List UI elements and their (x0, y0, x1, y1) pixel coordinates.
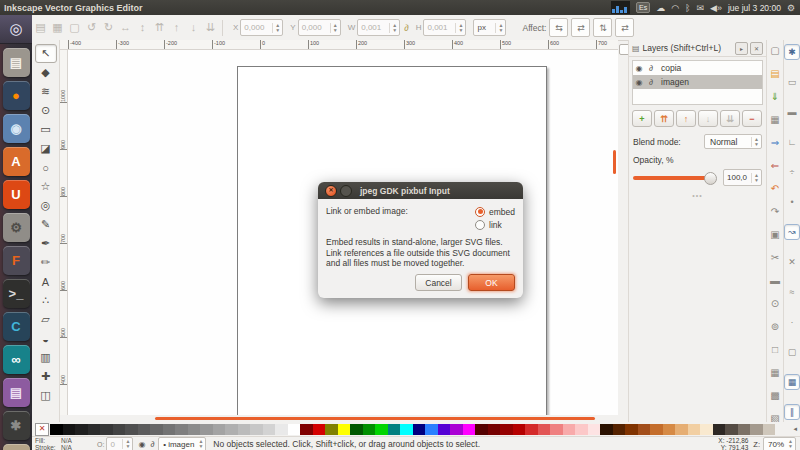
launcher-item[interactable]: ▤ (3, 378, 30, 407)
panel-resize-grip[interactable]: ••• (629, 192, 766, 199)
x-input[interactable]: 0,000▲▼ (240, 19, 283, 36)
cloud-icon[interactable]: ☁ (656, 3, 665, 13)
command-icon[interactable]: ▢ (768, 43, 783, 58)
layer-visibility-icon[interactable]: ◉ (138, 440, 145, 449)
command-icon[interactable]: ⇓ (768, 89, 783, 104)
color-swatch[interactable] (100, 424, 113, 435)
color-swatch[interactable] (400, 424, 413, 435)
w-input[interactable]: 0,001▲▼ (357, 19, 400, 36)
tool-button[interactable]: ✎ (35, 215, 57, 234)
y-input[interactable]: 0,000▲▼ (298, 19, 341, 36)
snap-toggle-icon[interactable]: ▢ (784, 344, 800, 360)
toolbar-icon[interactable]: ↓ (185, 21, 202, 34)
launcher-item[interactable]: ▤ (3, 48, 30, 77)
tool-button[interactable]: ◒ (35, 329, 57, 348)
layer-action-button[interactable]: + (632, 110, 652, 127)
command-icon[interactable]: □ (768, 342, 783, 357)
layer-visibility-icon[interactable]: ◉ (633, 64, 645, 73)
command-icon[interactable]: ▬ (768, 273, 783, 288)
color-swatch[interactable] (75, 424, 88, 435)
color-swatch[interactable] (50, 424, 63, 435)
panel-collapse-button[interactable]: ▸ (735, 42, 748, 55)
color-swatch[interactable] (425, 424, 438, 435)
color-swatch[interactable] (450, 424, 463, 435)
layer-action-button[interactable]: ↑ (676, 110, 696, 127)
launcher-item[interactable]: F (3, 246, 30, 275)
horizontal-ruler[interactable]: -400-300-200-100010020030040050060070080… (60, 40, 618, 50)
toolbar-icon[interactable]: ↑ (168, 21, 185, 34)
color-swatch[interactable] (738, 424, 751, 435)
affect-toggle-button[interactable]: ⇄ (615, 18, 634, 37)
lock-ratio-icon[interactable]: ∂ (404, 23, 408, 33)
blend-mode-dropdown[interactable]: Normal▲▼ (704, 134, 762, 149)
snap-toggle-icon[interactable]: · (784, 314, 800, 330)
tool-button[interactable]: ✚ (35, 367, 57, 386)
color-swatch[interactable] (250, 424, 263, 435)
color-swatch[interactable] (463, 424, 476, 435)
snap-toggle-icon[interactable]: ✱ (784, 44, 800, 60)
launcher-item[interactable]: U (3, 180, 30, 209)
tool-button[interactable]: ▭ (35, 120, 57, 139)
snap-toggle-icon[interactable]: ▭ (784, 74, 800, 90)
command-icon[interactable]: ↷ (768, 204, 783, 219)
system-monitor-icon[interactable] (611, 1, 630, 14)
color-swatch[interactable] (700, 424, 713, 435)
no-color-swatch[interactable]: ✕ (35, 423, 49, 436)
mail-icon[interactable]: ✉ (697, 3, 705, 13)
color-swatch[interactable] (525, 424, 538, 435)
color-swatch[interactable] (588, 424, 601, 435)
launcher-item[interactable]: C (3, 312, 30, 341)
radio-icon[interactable] (475, 207, 485, 217)
color-swatch[interactable] (350, 424, 363, 435)
units-dropdown[interactable]: px▲▼ (473, 19, 506, 36)
color-swatch[interactable] (63, 424, 76, 435)
color-swatch[interactable] (213, 424, 226, 435)
tool-button[interactable]: ✒ (35, 234, 57, 253)
color-swatch[interactable] (650, 424, 663, 435)
color-swatch[interactable] (563, 424, 576, 435)
radio-option[interactable]: embed (475, 206, 515, 217)
tool-button[interactable]: ▥ (35, 348, 57, 367)
snap-toggle-icon[interactable]: ↝ (784, 224, 800, 240)
color-swatch[interactable] (300, 424, 313, 435)
color-swatch[interactable] (763, 424, 776, 435)
vertical-scrollbar-thumb[interactable] (613, 150, 616, 174)
color-swatch[interactable] (113, 424, 126, 435)
snap-toggle-icon[interactable]: ∟ (784, 134, 800, 150)
color-swatch[interactable] (625, 424, 638, 435)
toolbar-icon[interactable]: ⇊ (202, 21, 219, 34)
color-swatch[interactable] (288, 424, 301, 435)
color-swatch[interactable] (600, 424, 613, 435)
toolbar-icon[interactable]: ▦ (49, 21, 66, 34)
snap-toggle-icon[interactable]: ▦ (784, 374, 800, 390)
tool-button[interactable]: ✏ (35, 253, 57, 272)
object-opacity-input[interactable]: 0▲▼ (106, 437, 133, 450)
color-swatch[interactable] (150, 424, 163, 435)
dialog-maximize-icon[interactable] (340, 185, 352, 197)
snap-toggle-icon[interactable]: ≈ (784, 284, 800, 300)
color-swatch[interactable] (413, 424, 426, 435)
color-swatch[interactable] (725, 424, 738, 435)
toolbar-icon[interactable]: ↔ (117, 21, 134, 34)
command-icon[interactable]: ▩ (768, 388, 783, 403)
color-swatch[interactable] (325, 424, 338, 435)
command-icon[interactable]: ⊚ (768, 319, 783, 334)
color-swatch[interactable] (488, 424, 501, 435)
layer-row[interactable]: ◉ ∂ copia (633, 61, 762, 75)
color-swatch[interactable] (663, 424, 676, 435)
launcher-item[interactable]: ⚙ (3, 213, 30, 242)
vertical-ruler[interactable]: 1000900800700600500400300 (60, 50, 68, 415)
horizontal-scrollbar-thumb[interactable] (155, 417, 595, 420)
toolbar-icon[interactable]: ↕ (134, 21, 151, 34)
opacity-slider-handle[interactable] (704, 172, 717, 185)
h-input[interactable]: 0,001▲▼ (423, 19, 466, 36)
color-swatch[interactable] (163, 424, 176, 435)
command-icon[interactable]: ▦ (768, 365, 783, 380)
layer-lock-icon[interactable]: ∂ (645, 64, 657, 73)
command-icon[interactable]: ▤ (768, 66, 783, 81)
session-menu-icon[interactable]: ⚙ (787, 3, 795, 13)
layer-lock-icon[interactable]: ∂ (645, 78, 657, 87)
tool-button[interactable]: ◆ (35, 63, 57, 82)
opacity-input[interactable]: 100,0▲▼ (723, 169, 762, 186)
color-swatch[interactable] (675, 424, 688, 435)
